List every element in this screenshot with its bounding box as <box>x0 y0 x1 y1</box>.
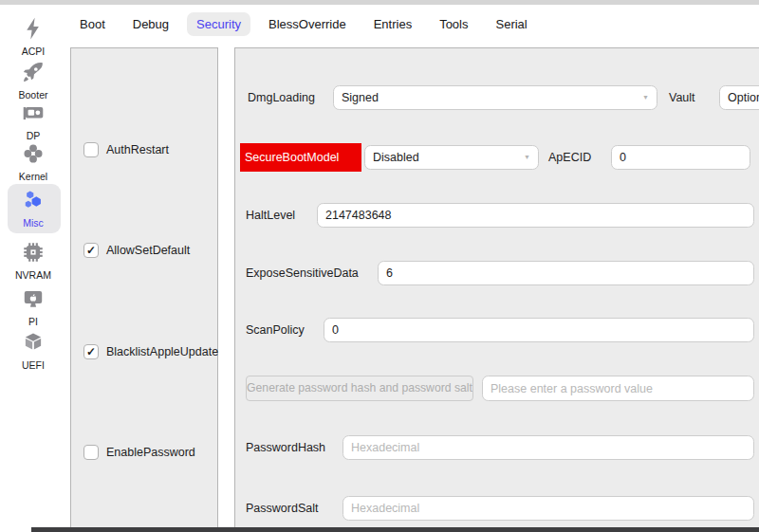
sidebar-item-kernel[interactable]: Kernel <box>0 141 66 182</box>
tab-debug[interactable]: Debug <box>123 12 178 36</box>
passwordhash-label: PasswordHash <box>246 441 325 454</box>
sidebar-item-booter[interactable]: Booter <box>0 60 66 101</box>
haltlevel-label: HaltLevel <box>246 209 295 222</box>
passwordsalt-input[interactable] <box>342 496 754 521</box>
dmgloading-dropdown[interactable]: Signed ▼ <box>333 85 657 110</box>
vault-dropdown[interactable]: Optional <box>719 85 759 110</box>
tab-blessoverride[interactable]: BlessOverride <box>259 12 356 36</box>
sidebar-item-label: Misc <box>0 217 66 229</box>
gpu-card-icon <box>21 101 46 125</box>
checkbox-label: AuthRestart <box>106 143 169 156</box>
checkbox-row-enablepassword[interactable]: EnablePassword <box>83 445 195 460</box>
vault-value: Optional <box>728 91 759 104</box>
chevron-down-icon: ▼ <box>642 94 649 101</box>
securebootmodel-value: Disabled <box>373 151 419 164</box>
tab-tools[interactable]: Tools <box>430 12 477 36</box>
lightning-icon <box>21 16 46 41</box>
sidebar-item-acpi[interactable]: ACPI <box>0 16 66 57</box>
tab-entries[interactable]: Entries <box>364 12 421 36</box>
enablepassword-checkbox[interactable] <box>83 445 99 460</box>
security-form-panel: DmgLoading Signed ▼ Vault Optional Secur… <box>234 47 759 532</box>
hexagons-icon <box>21 188 46 212</box>
section-tabbar: Boot Debug Security BlessOverride Entrie… <box>70 9 537 39</box>
dmgloading-label: DmgLoading <box>248 91 315 104</box>
cube-icon <box>21 330 46 355</box>
haltlevel-input[interactable] <box>317 203 754 228</box>
checkbox-label: AllowSetDefault <box>106 244 190 257</box>
apecid-input[interactable] <box>611 145 750 170</box>
sidebar-item-label: PI <box>0 316 66 327</box>
sidebar-item-uefi[interactable]: UEFI <box>0 330 66 371</box>
allowsetdefault-checkbox[interactable]: ✓ <box>83 243 99 258</box>
sidebar-item-dp[interactable]: DP <box>0 101 66 141</box>
app-window: ACPI Booter DP <box>0 0 759 532</box>
authrestart-checkbox[interactable] <box>83 142 99 157</box>
tab-security[interactable]: Security <box>187 12 250 36</box>
exposesensitivedata-label: ExposeSensitiveData <box>246 266 359 280</box>
checkbox-row-authrestart[interactable]: AuthRestart <box>83 142 169 157</box>
sidebar-item-nvram[interactable]: NVRAM <box>0 240 66 281</box>
security-flags-panel: AuthRestart ✓ AllowSetDefault ✓ Blacklis… <box>70 47 218 532</box>
sidebar-item-label: UEFI <box>0 359 66 371</box>
checkbox-label: EnablePassword <box>106 446 195 459</box>
display-apple-icon <box>21 286 46 311</box>
rocket-icon <box>21 60 46 84</box>
dmgloading-value: Signed <box>342 91 379 104</box>
sidebar-item-label: NVRAM <box>0 269 66 281</box>
sidebar-item-label: Booter <box>0 89 66 101</box>
checkbox-row-blacklistappleupdate[interactable]: ✓ BlacklistAppleUpdate <box>83 344 218 359</box>
passwordhash-input[interactable] <box>342 435 754 460</box>
scanpolicy-label: ScanPolicy <box>246 323 305 337</box>
securebootmodel-dropdown[interactable]: Disabled ▼ <box>364 145 539 170</box>
titlebar-edge <box>0 0 759 5</box>
vault-label: Vault <box>669 91 695 104</box>
securebootmodel-label: SecureBootModel <box>240 143 361 172</box>
category-sidebar: ACPI Booter DP <box>0 5 66 527</box>
window-bottom-edge <box>31 527 759 532</box>
sidebar-item-label: Kernel <box>0 171 66 182</box>
blacklistappleupdate-checkbox[interactable]: ✓ <box>83 344 99 359</box>
tab-serial[interactable]: Serial <box>487 12 537 36</box>
chevron-down-icon: ▼ <box>524 154 530 160</box>
puzzle-cluster-icon <box>21 141 46 166</box>
tab-boot[interactable]: Boot <box>70 12 115 36</box>
sidebar-item-pi[interactable]: PI <box>0 286 66 327</box>
apecid-label: ApECID <box>548 151 591 164</box>
chip-icon <box>21 240 46 265</box>
checkbox-label: BlacklistAppleUpdate <box>106 345 218 358</box>
sidebar-item-label: DP <box>0 130 66 141</box>
checkbox-row-allowsetdefault[interactable]: ✓ AllowSetDefault <box>83 243 190 258</box>
scanpolicy-input[interactable] <box>324 318 754 342</box>
sidebar-item-label: ACPI <box>0 46 66 57</box>
passwordsalt-label: PasswordSalt <box>246 502 318 515</box>
password-value-input[interactable] <box>482 376 754 401</box>
exposesensitivedata-input[interactable] <box>378 261 754 285</box>
sidebar-item-misc[interactable]: Misc <box>0 188 66 229</box>
generate-password-hash-button[interactable]: Generate password hash and password salt <box>246 376 473 401</box>
